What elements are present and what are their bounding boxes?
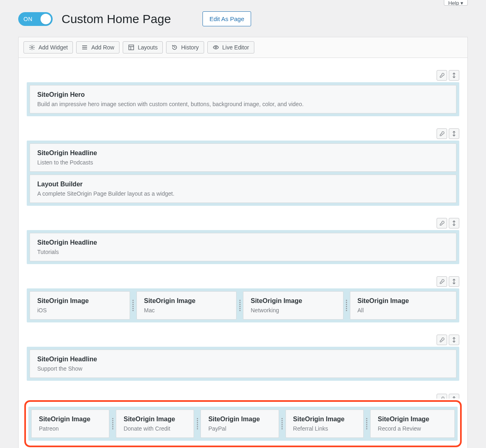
builder-toolbar: Add Widget Add Row Layouts	[19, 37, 467, 58]
widget-desc: All	[358, 307, 449, 314]
svg-point-7	[215, 47, 217, 48]
row-container[interactable]: SiteOrigin Headline Tutorials	[27, 230, 459, 264]
widget-title: SiteOrigin Image	[208, 416, 271, 423]
widget-title: SiteOrigin Headline	[37, 356, 449, 363]
wrench-icon	[439, 337, 445, 343]
edit-as-page-button[interactable]: Edit As Page	[202, 11, 251, 26]
layouts-label: Layouts	[138, 44, 158, 51]
widget-desc: Patreon	[39, 425, 102, 432]
builder-column: SiteOrigin Image Networking	[243, 291, 350, 320]
widget-title: SiteOrigin Image	[378, 416, 447, 423]
row-tools	[27, 128, 459, 139]
builder-column: SiteOrigin Image Patreon	[31, 410, 116, 438]
widget-title: Layout Builder	[37, 181, 449, 188]
row-move-button[interactable]	[449, 394, 459, 399]
widget-title: SiteOrigin Image	[358, 297, 449, 305]
widget-desc: Record a Review	[378, 425, 447, 432]
builder-row: SiteOrigin Hero Build an impressive hero…	[19, 70, 467, 128]
updown-arrows-icon	[452, 220, 456, 226]
column-resize-handle[interactable]	[109, 410, 116, 438]
row-container[interactable]: SiteOrigin Headline Support the Show	[27, 347, 459, 381]
widget-item[interactable]: SiteOrigin Headline Support the Show	[30, 350, 456, 378]
column-resize-handle[interactable]	[130, 291, 136, 320]
row-edit-button[interactable]	[437, 335, 447, 345]
widget-desc: Donate with Credit	[124, 425, 186, 432]
builder-row: SiteOrigin Image iOS SiteOrigin Image Ma…	[19, 276, 467, 335]
wrench-icon	[439, 279, 445, 284]
widget-item[interactable]: SiteOrigin Image Record a Review	[370, 410, 455, 438]
widget-title: SiteOrigin Headline	[37, 149, 449, 157]
builder-column: SiteOrigin Image Record a Review	[370, 410, 455, 438]
row-move-button[interactable]	[449, 218, 459, 228]
widget-title: SiteOrigin Image	[293, 416, 356, 423]
row-move-button[interactable]	[449, 70, 459, 81]
builder-row: SiteOrigin Headline Tutorials	[19, 218, 467, 276]
layouts-button[interactable]: Layouts	[123, 41, 163, 53]
history-icon	[171, 44, 178, 51]
widget-desc: Tutorials	[37, 249, 449, 255]
widget-title: SiteOrigin Hero	[37, 91, 449, 98]
live-editor-button[interactable]: Live Editor	[207, 41, 254, 53]
widget-item[interactable]: SiteOrigin Image All	[350, 291, 457, 320]
widget-title: SiteOrigin Image	[37, 297, 122, 305]
row-container[interactable]: SiteOrigin Hero Build an impressive hero…	[27, 82, 459, 116]
toggle-label: ON	[23, 16, 32, 22]
help-button[interactable]: Help ▾	[444, 0, 468, 6]
widget-item[interactable]: SiteOrigin Image Referral Links	[286, 410, 364, 438]
column-resize-handle[interactable]	[343, 291, 350, 320]
column-resize-handle[interactable]	[279, 410, 286, 438]
column-resize-handle[interactable]	[237, 291, 243, 320]
row-tools	[27, 218, 459, 228]
row-edit-button[interactable]	[437, 70, 447, 81]
row-container[interactable]: SiteOrigin Headline Listen to the Podcas…	[27, 141, 459, 206]
widget-title: SiteOrigin Image	[39, 416, 102, 423]
widget-desc: Support the Show	[37, 365, 449, 372]
toggle-knob	[40, 14, 51, 24]
builder-row: SiteOrigin Headline Support the Show	[19, 335, 467, 393]
widget-title: SiteOrigin Image	[144, 297, 229, 305]
row-edit-button[interactable]	[437, 128, 447, 139]
widget-desc: iOS	[37, 307, 122, 314]
builder-column: SiteOrigin Image Mac	[136, 291, 243, 320]
widget-title: SiteOrigin Image	[124, 416, 186, 423]
row-edit-button[interactable]	[437, 218, 447, 228]
widget-item[interactable]: SiteOrigin Image Mac	[136, 291, 237, 320]
row-edit-button[interactable]	[437, 394, 447, 399]
history-button[interactable]: History	[166, 41, 204, 53]
updown-arrows-icon	[452, 131, 456, 137]
widget-item[interactable]: SiteOrigin Image iOS	[30, 291, 130, 320]
widget-desc: Referral Links	[293, 425, 356, 432]
widget-item[interactable]: SiteOrigin Headline Listen to the Podcas…	[30, 143, 456, 172]
eye-icon	[213, 44, 219, 51]
widget-item[interactable]: SiteOrigin Image PayPal	[200, 410, 279, 438]
row-tools	[27, 70, 459, 81]
widget-title: SiteOrigin Image	[251, 297, 336, 305]
widget-item[interactable]: SiteOrigin Headline Tutorials	[30, 233, 456, 261]
widget-item[interactable]: Layout Builder A complete SiteOrigin Pag…	[30, 175, 456, 203]
builder-column: SiteOrigin Image iOS	[30, 291, 136, 320]
builder-column: SiteOrigin Image All	[350, 291, 457, 320]
row-move-button[interactable]	[449, 335, 459, 345]
row-tools	[27, 276, 459, 287]
column-resize-handle[interactable]	[364, 410, 370, 438]
widget-desc: Mac	[144, 307, 229, 314]
wrench-icon	[439, 73, 445, 78]
column-resize-handle[interactable]	[194, 410, 200, 438]
widget-item[interactable]: SiteOrigin Image Networking	[243, 291, 343, 320]
add-row-button[interactable]: Add Row	[76, 41, 119, 53]
row-edit-button[interactable]	[437, 276, 447, 287]
widget-title: SiteOrigin Headline	[37, 239, 449, 246]
highlighted-row: SiteOrigin Image Patreon SiteOrigin Imag…	[24, 400, 462, 447]
on-toggle[interactable]: ON	[18, 12, 53, 26]
layout-icon	[128, 44, 134, 51]
row-container[interactable]: SiteOrigin Image iOS SiteOrigin Image Ma…	[27, 288, 459, 322]
row-move-button[interactable]	[449, 276, 459, 287]
add-widget-button[interactable]: Add Widget	[23, 41, 73, 53]
builder-column: SiteOrigin Image Referral Links	[286, 410, 370, 438]
widget-item[interactable]: SiteOrigin Image Patreon	[31, 410, 109, 438]
widget-item[interactable]: SiteOrigin Hero Build an impressive hero…	[30, 85, 456, 113]
add-widget-label: Add Widget	[38, 44, 68, 51]
widget-item[interactable]: SiteOrigin Image Donate with Credit	[116, 410, 194, 438]
row-move-button[interactable]	[449, 128, 459, 139]
row-container[interactable]: SiteOrigin Image Patreon SiteOrigin Imag…	[28, 407, 458, 441]
